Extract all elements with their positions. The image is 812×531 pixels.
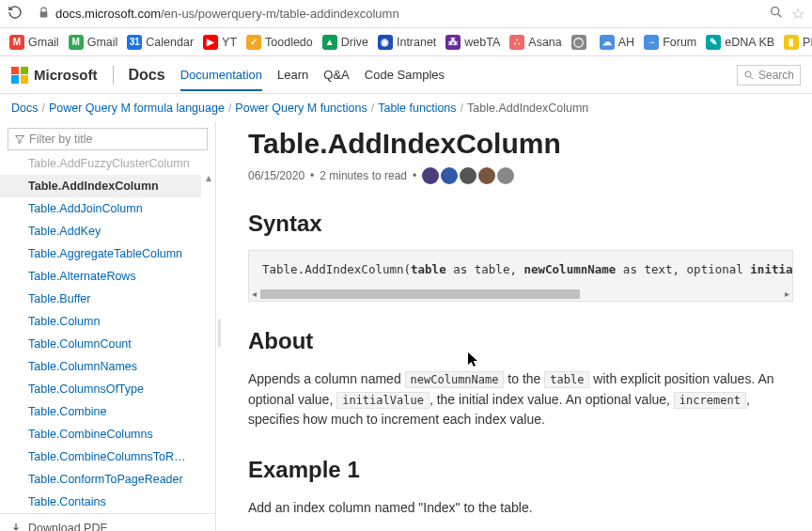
sidebar-item[interactable]: Table.Combine: [0, 400, 201, 423]
ms-brand-text: Microsoft: [34, 67, 98, 83]
docs-label[interactable]: Docs: [129, 67, 165, 84]
sidebar-item[interactable]: Table.AddKey: [0, 220, 201, 242]
nav-link[interactable]: Q&A: [323, 68, 349, 82]
sidebar-item[interactable]: Table.AddFuzzyClusterColumn: [0, 156, 201, 175]
sidebar-item[interactable]: Table.CombineColumnsToRecord: [0, 445, 201, 468]
avatar[interactable]: [441, 167, 458, 184]
avatar[interactable]: [497, 167, 514, 184]
sidebar-item[interactable]: Table.Contains: [0, 491, 201, 513]
heading-example1: Example 1: [248, 457, 793, 483]
breadcrumb-current: Table.AddIndexColumn: [467, 102, 588, 115]
address-bar[interactable]: docs.microsoft.com/en-us/powerquery-m/ta…: [30, 4, 761, 24]
sidebar-item[interactable]: Table.Column: [0, 310, 201, 333]
code-scrollbar[interactable]: ◂ ▸: [249, 288, 792, 301]
heading-about: About: [248, 328, 793, 354]
download-pdf-button[interactable]: Download PDF: [0, 513, 215, 531]
avatar[interactable]: [478, 167, 495, 184]
article-content: Table.AddIndexColumn 06/15/2020 • 2 minu…: [222, 122, 812, 531]
reload-icon[interactable]: [8, 5, 23, 23]
nav-link[interactable]: Code Samples: [365, 68, 445, 82]
contributors[interactable]: [422, 167, 514, 184]
page-title: Table.AddIndexColumn: [248, 128, 793, 160]
sidebar-item[interactable]: Table.ColumnsOfType: [0, 378, 201, 400]
header-search[interactable]: Search: [737, 65, 801, 86]
ms-logo[interactable]: Microsoft: [11, 67, 98, 84]
article-meta: 06/15/2020 • 2 minutes to read •: [248, 167, 793, 184]
sidebar-item[interactable]: Table.Buffer: [0, 288, 201, 310]
heading-syntax: Syntax: [248, 211, 793, 237]
scrollbar-thumb[interactable]: [260, 289, 580, 299]
ms-nav: DocumentationLearnQ&ACode Samples: [180, 68, 445, 82]
browser-toolbar: docs.microsoft.com/en-us/powerquery-m/ta…: [0, 0, 812, 28]
sidebar-item[interactable]: Table.AddJoinColumn: [0, 197, 201, 220]
syntax-code-block: Table.AddIndexColumn(table as table, new…: [248, 250, 793, 302]
nav-list[interactable]: Table.AddFuzzyClusterColumn ▴ Table.AddI…: [0, 156, 215, 513]
bookmark-item[interactable]: →Forum: [644, 35, 696, 50]
bookmark-item[interactable]: ◉Intranet: [378, 35, 436, 50]
sidebar-item[interactable]: Table.AggregateTableColumn: [0, 242, 201, 265]
star-icon[interactable]: ☆: [791, 5, 804, 23]
bookmark-item[interactable]: ☁AH: [600, 35, 634, 50]
breadcrumb-link[interactable]: Table functions: [378, 102, 456, 115]
bookmark-item[interactable]: ▶YT: [203, 35, 237, 50]
avatar[interactable]: [422, 167, 439, 184]
bookmark-item[interactable]: ▮PBI: [784, 35, 812, 50]
bookmark-item[interactable]: 31Calendar: [127, 35, 194, 50]
filter-input[interactable]: Filter by title: [8, 128, 208, 150]
bookmark-item[interactable]: ✎eDNA KB: [706, 35, 774, 50]
bookmark-item[interactable]: MGmail: [69, 35, 118, 50]
example1-desc: Add an index column named "Index" to the…: [248, 498, 793, 519]
bookmark-item[interactable]: ▲Drive: [322, 35, 368, 50]
breadcrumb-link[interactable]: Power Query M functions: [235, 102, 367, 115]
about-paragraph: Appends a column named newColumnName to …: [248, 369, 793, 430]
lock-icon: [38, 7, 50, 22]
sidebar-item[interactable]: Table.AddIndexColumn: [0, 175, 201, 197]
search-icon[interactable]: [769, 5, 784, 23]
bookmark-item[interactable]: MGmail: [9, 35, 59, 50]
bookmark-item[interactable]: ∴Asana: [509, 35, 561, 50]
sidebar: Filter by title Table.AddFuzzyClusterCol…: [0, 122, 216, 531]
sidebar-item[interactable]: Table.ColumnCount: [0, 333, 201, 355]
breadcrumb: Docs/Power Query M formula language/Powe…: [0, 94, 812, 122]
ms-header: Microsoft Docs DocumentationLearnQ&ACode…: [0, 56, 812, 94]
sidebar-item[interactable]: Table.CombineColumns: [0, 423, 201, 445]
nav-link[interactable]: Learn: [277, 68, 308, 82]
breadcrumb-link[interactable]: Power Query M formula language: [49, 102, 225, 115]
avatar[interactable]: [460, 167, 476, 184]
sidebar-item[interactable]: Table.ConformToPageReader: [0, 468, 201, 491]
svg-point-1: [745, 71, 751, 77]
nav-link[interactable]: Documentation: [180, 68, 262, 91]
scroll-up-icon[interactable]: ▴: [206, 171, 211, 184]
breadcrumb-link[interactable]: Docs: [11, 102, 38, 115]
svg-point-0: [772, 8, 779, 15]
bookmark-item[interactable]: ◯: [571, 35, 590, 50]
ms-logo-icon: [11, 67, 28, 84]
bookmarks-bar: MGmailMGmail31Calendar▶YT✓Toodledo▲Drive…: [0, 28, 812, 56]
bookmark-item[interactable]: ⁂webTA: [445, 35, 500, 50]
sidebar-item[interactable]: Table.AlternateRows: [0, 265, 201, 288]
sidebar-item[interactable]: Table.ColumnNames: [0, 355, 201, 378]
syntax-code[interactable]: Table.AddIndexColumn(table as table, new…: [249, 251, 792, 288]
url-text: docs.microsoft.com/en-us/powerquery-m/ta…: [55, 7, 399, 21]
bookmark-item[interactable]: ✓Toodledo: [246, 35, 313, 50]
divider: [113, 66, 114, 85]
